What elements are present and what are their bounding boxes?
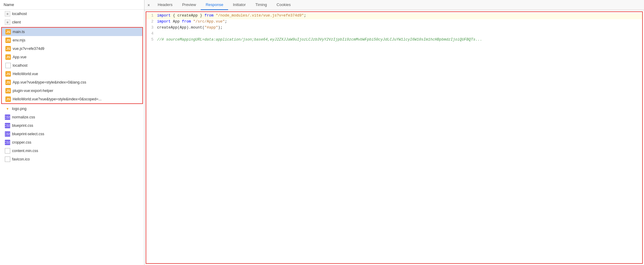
css-icon: CSS <box>5 131 10 137</box>
response-content-wrapper: 1 import { createApp } from "/node_modul… <box>146 11 643 264</box>
close-button[interactable]: × <box>146 2 152 8</box>
line-content <box>157 32 159 36</box>
line-number: 5 <box>146 38 157 42</box>
tab-cookies[interactable]: Cookies <box>272 0 296 10</box>
file-item-blueprint-css[interactable]: CSS blueprint.css <box>1 121 143 130</box>
code-line-5: 5 //# sourceMappingURL=data:application/… <box>146 37 642 43</box>
line-content: import App from "/src/App.vue"; <box>157 20 227 24</box>
file-name: client <box>12 20 21 24</box>
right-panel: × Headers Preview Response Initiator Tim… <box>144 0 644 265</box>
file-name: env.mjs <box>13 38 25 42</box>
file-item-app-vue-style[interactable]: JS App.vue?vue&type=style&index=0&lang.c… <box>2 78 142 87</box>
highlighted-file-group: JS main.ts JS env.mjs JS vue.js?v=efe374… <box>1 27 143 104</box>
tab-timing[interactable]: Timing <box>251 0 272 10</box>
image-icon: ▼ <box>5 106 10 111</box>
file-name: localhost <box>12 12 27 16</box>
tabs-bar: × Headers Preview Response Initiator Tim… <box>144 0 644 10</box>
file-item-main-ts[interactable]: JS main.ts <box>2 28 142 36</box>
line-number: 2 <box>146 20 157 24</box>
file-name: HelloWorld.vue?vue&type=style&index=0&sc… <box>13 97 101 101</box>
js-icon: JS <box>5 29 11 35</box>
tab-preview[interactable]: Preview <box>177 0 201 10</box>
file-name: App.vue <box>13 55 26 59</box>
files-header: Name <box>0 0 144 10</box>
blank-icon <box>5 157 10 162</box>
line-number: 1 <box>146 14 157 18</box>
code-line-1: 1 import { createApp } from "/node_modul… <box>146 13 642 19</box>
file-item-localhost-top[interactable]: ≡ localhost <box>1 10 143 18</box>
js-icon: JS <box>5 88 11 93</box>
doc-icon: ≡ <box>5 11 10 17</box>
line-number: 4 <box>146 32 157 36</box>
file-list: ≡ localhost ≡ client JS main.ts JS env.m… <box>0 10 144 265</box>
doc-icon: ≡ <box>5 20 10 25</box>
js-icon: JS <box>5 38 11 43</box>
response-content: 1 import { createApp } from "/node_modul… <box>146 12 642 263</box>
file-name: cropper.css <box>12 140 31 145</box>
file-item-env-mjs[interactable]: JS env.mjs <box>2 36 142 44</box>
file-name: HelloWorld.vue <box>13 72 38 76</box>
file-item-localhost-2[interactable]: localhost <box>2 61 142 70</box>
js-icon: JS <box>5 54 11 60</box>
css-icon: CSS <box>5 123 10 128</box>
file-item-logo-png[interactable]: ▼ logo.png <box>1 105 143 113</box>
code-line-4: 4 <box>146 31 642 37</box>
file-item-content-min-css[interactable]: content.min.css <box>1 147 143 155</box>
js-icon: JS <box>5 96 11 102</box>
file-item-helloworld-style[interactable]: JS HelloWorld.vue?vue&type=style&index=0… <box>2 95 142 103</box>
file-item-app-vue[interactable]: JS App.vue <box>2 53 142 61</box>
tab-headers[interactable]: Headers <box>153 0 177 10</box>
file-item-favicon-ico[interactable]: favicon.ico <box>1 155 143 163</box>
file-name: blueprint-select.css <box>12 132 44 136</box>
file-name: logo.png <box>12 107 26 111</box>
file-item-vue-js[interactable]: JS vue.js?v=efe374d9 <box>2 44 142 53</box>
file-name: blueprint.css <box>12 123 33 128</box>
file-name: plugin-vue:export-helper <box>13 89 53 93</box>
file-item-plugin-vue[interactable]: JS plugin-vue:export-helper <box>2 87 142 95</box>
file-item-client[interactable]: ≡ client <box>1 18 143 26</box>
file-item-cropper-css[interactable]: CSS cropper.css <box>1 138 143 147</box>
js-icon: JS <box>5 80 11 85</box>
file-name: App.vue?vue&type=style&index=0&lang.css <box>13 80 86 84</box>
css-icon: CSS <box>5 114 10 120</box>
blank-icon <box>5 148 10 154</box>
left-panel: Name ≡ localhost ≡ client JS main.ts JS … <box>0 0 144 265</box>
blank-icon <box>5 63 11 68</box>
line-content: createApp(App).mount("#app"); <box>157 26 223 30</box>
file-name: vue.js?v=efe374d9 <box>13 47 44 51</box>
file-item-helloworld-vue[interactable]: JS HelloWorld.vue <box>2 70 142 78</box>
css-icon: CSS <box>5 140 10 145</box>
code-line-2: 2 import App from "/src/App.vue"; <box>146 19 642 25</box>
code-line-3: 3 createApp(App).mount("#app"); <box>146 25 642 31</box>
tab-response[interactable]: Response <box>201 0 228 10</box>
file-name: localhost <box>13 63 27 68</box>
file-name: favicon.ico <box>12 157 30 161</box>
line-content: //# sourceMappingURL=data:application/js… <box>157 38 482 42</box>
file-name: normalize.css <box>12 115 35 119</box>
non-highlighted-bottom: ▼ logo.png CSS normalize.css CSS bluepri… <box>1 105 143 163</box>
js-icon: JS <box>5 46 11 51</box>
file-item-normalize-css[interactable]: CSS normalize.css <box>1 113 143 121</box>
file-item-blueprint-select-css[interactable]: CSS blueprint-select.css <box>1 130 143 138</box>
tab-initiator[interactable]: Initiator <box>228 0 251 10</box>
non-highlighted-top: ≡ localhost ≡ client <box>1 10 143 26</box>
line-content: import { createApp } from "/node_modules… <box>157 14 306 18</box>
js-icon: JS <box>5 71 11 77</box>
line-number: 3 <box>146 26 157 30</box>
header-label: Name <box>4 2 14 7</box>
file-name: content.min.css <box>12 149 38 153</box>
file-name: main.ts <box>13 30 25 34</box>
